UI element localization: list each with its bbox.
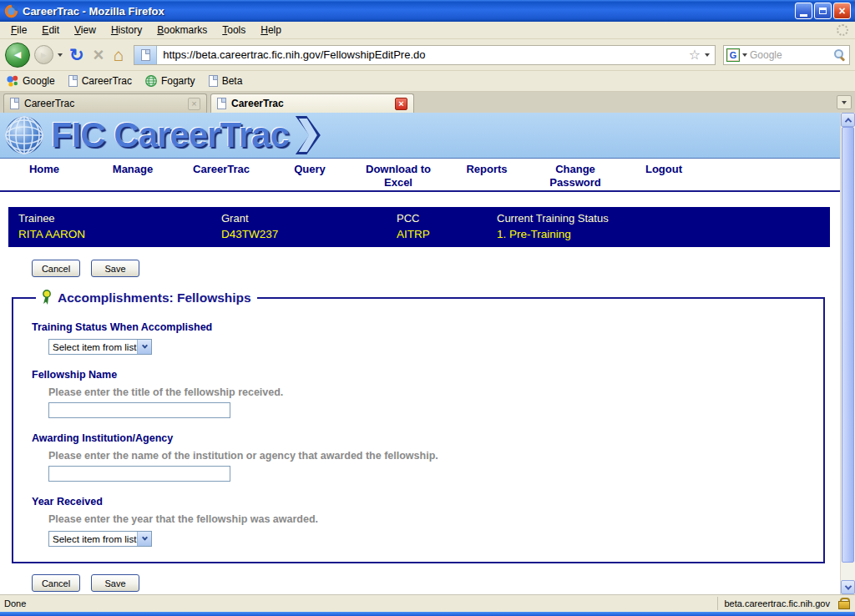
bookmark-label: CareerTrac bbox=[82, 75, 132, 87]
search-input[interactable] bbox=[750, 49, 832, 61]
content-viewport: FIC CareerTrac Home Manage CareerTrac Qu… bbox=[0, 113, 855, 594]
fieldset-legend: Accomplishments: Fellowships bbox=[36, 290, 257, 305]
year-received-hint: Please enter the year that the fellowshi… bbox=[48, 513, 823, 525]
bookmark-careertrac[interactable]: CareerTrac bbox=[68, 75, 132, 87]
select-dropdown-button[interactable] bbox=[137, 532, 151, 546]
tab-careertrac-2[interactable]: CareerTrac bbox=[210, 93, 414, 113]
fieldset-title: Accomplishments: Fellowships bbox=[58, 290, 251, 305]
menu-edit[interactable]: Edit bbox=[34, 23, 67, 38]
tab-careertrac-1[interactable]: CareerTrac bbox=[3, 93, 207, 113]
bookmark-star-icon[interactable] bbox=[685, 47, 705, 63]
list-all-tabs-button[interactable] bbox=[837, 95, 852, 109]
chevron-down-icon bbox=[141, 535, 147, 541]
firefox-icon bbox=[4, 4, 18, 18]
chevron-down-icon bbox=[141, 343, 147, 349]
minimize-button[interactable] bbox=[795, 3, 812, 19]
nav-home[interactable]: Home bbox=[0, 163, 89, 176]
select-value: Select item from list... bbox=[49, 342, 137, 352]
scrollbar-track[interactable] bbox=[841, 563, 855, 580]
vertical-scrollbar[interactable] bbox=[840, 113, 855, 594]
fic-banner-globe-icon bbox=[4, 115, 44, 155]
menu-help[interactable]: Help bbox=[253, 23, 289, 38]
stop-button[interactable] bbox=[91, 46, 107, 64]
site-favicon-box bbox=[134, 46, 157, 64]
taskbar-edge bbox=[0, 612, 855, 616]
web-page: FIC CareerTrac Home Manage CareerTrac Qu… bbox=[0, 113, 840, 594]
history-dropdown-icon[interactable] bbox=[58, 53, 63, 57]
cancel-button[interactable]: Cancel bbox=[32, 260, 80, 277]
nav-careertrac[interactable]: CareerTrac bbox=[177, 163, 266, 176]
tab-close-icon[interactable] bbox=[188, 98, 200, 110]
nav-download-to-excel[interactable]: Download to Excel bbox=[354, 163, 443, 189]
trainee-header: Trainee bbox=[18, 212, 221, 225]
page-icon bbox=[68, 75, 78, 87]
restore-button[interactable] bbox=[814, 3, 832, 19]
banner-chevron-icon bbox=[296, 116, 321, 154]
site-logo-title: FIC CareerTrac bbox=[51, 118, 289, 153]
home-button[interactable] bbox=[110, 46, 126, 63]
page-icon bbox=[141, 49, 150, 61]
trainee-column: Trainee RITA AARON bbox=[18, 212, 221, 240]
grant-header: Grant bbox=[221, 212, 397, 225]
status-bar: Done beta.careertrac.fic.nih.gov bbox=[0, 594, 855, 612]
tab-close-icon[interactable] bbox=[395, 98, 407, 110]
chevron-down-icon bbox=[844, 583, 851, 589]
training-status-header: Current Training Status bbox=[497, 212, 830, 225]
trainee-name: RITA AARON bbox=[18, 228, 221, 240]
menu-history[interactable]: History bbox=[104, 23, 149, 38]
bookmark-label: Beta bbox=[222, 75, 243, 87]
menu-bookmarks[interactable]: Bookmarks bbox=[149, 23, 215, 38]
cancel-button[interactable]: Cancel bbox=[32, 574, 80, 592]
bookmark-fogarty[interactable]: Fogarty bbox=[145, 75, 195, 87]
throbber-icon bbox=[837, 24, 848, 36]
bookmark-label: Google bbox=[23, 75, 55, 87]
close-button[interactable] bbox=[833, 3, 851, 19]
title-bar: CareerTrac - Mozilla Firefox bbox=[0, 0, 855, 22]
bottom-action-buttons: Cancel Save bbox=[32, 574, 840, 592]
save-button[interactable]: Save bbox=[91, 574, 139, 592]
scroll-down-button[interactable] bbox=[841, 580, 855, 594]
window-title: CareerTrac - Mozilla Firefox bbox=[23, 5, 793, 18]
scrollbar-thumb[interactable] bbox=[842, 127, 854, 563]
page-icon bbox=[217, 98, 226, 109]
fellowship-name-hint: Please enter the title of the fellowship… bbox=[48, 386, 823, 398]
year-received-select[interactable]: Select item from list... bbox=[48, 531, 152, 547]
url-text[interactable]: https://beta.careertrac.fic.nih.gov/Fell… bbox=[157, 48, 685, 61]
nav-query[interactable]: Query bbox=[266, 163, 354, 176]
chevron-up-icon bbox=[844, 118, 851, 124]
bookmark-beta[interactable]: Beta bbox=[209, 75, 243, 87]
grant-value: D43TW237 bbox=[221, 228, 397, 240]
menu-view[interactable]: View bbox=[67, 23, 104, 38]
search-icon[interactable] bbox=[833, 48, 845, 61]
menu-tools[interactable]: Tools bbox=[215, 23, 253, 38]
forward-button[interactable] bbox=[34, 45, 53, 64]
site-banner: FIC CareerTrac bbox=[0, 113, 840, 159]
awarding-institution-hint: Please enter the name of the institution… bbox=[48, 450, 823, 462]
google-engine-icon[interactable]: G bbox=[726, 48, 740, 62]
nav-change-password[interactable]: Change Password bbox=[531, 163, 620, 189]
select-value: Select item from list... bbox=[49, 534, 137, 544]
awarding-institution-input[interactable] bbox=[48, 466, 230, 482]
restore-icon bbox=[819, 8, 827, 14]
search-box[interactable]: G bbox=[723, 45, 850, 65]
training-status-select[interactable]: Select item from list... bbox=[48, 339, 152, 355]
reload-button[interactable] bbox=[67, 46, 87, 63]
scroll-up-button[interactable] bbox=[841, 113, 855, 127]
menu-file[interactable]: File bbox=[3, 23, 34, 38]
fogarty-globe-icon bbox=[145, 75, 157, 87]
save-button[interactable]: Save bbox=[91, 260, 139, 277]
fellowship-name-input[interactable] bbox=[48, 402, 230, 418]
nav-logout[interactable]: Logout bbox=[620, 163, 708, 176]
back-button[interactable] bbox=[5, 43, 30, 68]
bookmark-label: Fogarty bbox=[161, 75, 195, 87]
select-dropdown-button[interactable] bbox=[137, 340, 151, 354]
url-dropdown-icon[interactable] bbox=[705, 53, 710, 57]
google-balls-icon bbox=[7, 75, 18, 87]
search-engine-dropdown-icon[interactable] bbox=[742, 53, 747, 57]
browser-window: CareerTrac - Mozilla Firefox File Edit V… bbox=[0, 0, 855, 616]
lock-icon[interactable] bbox=[838, 598, 848, 609]
nav-manage[interactable]: Manage bbox=[89, 163, 177, 176]
address-bar[interactable]: https://beta.careertrac.fic.nih.gov/Fell… bbox=[134, 45, 716, 65]
bookmark-google[interactable]: Google bbox=[7, 75, 55, 87]
nav-reports[interactable]: Reports bbox=[443, 163, 531, 176]
